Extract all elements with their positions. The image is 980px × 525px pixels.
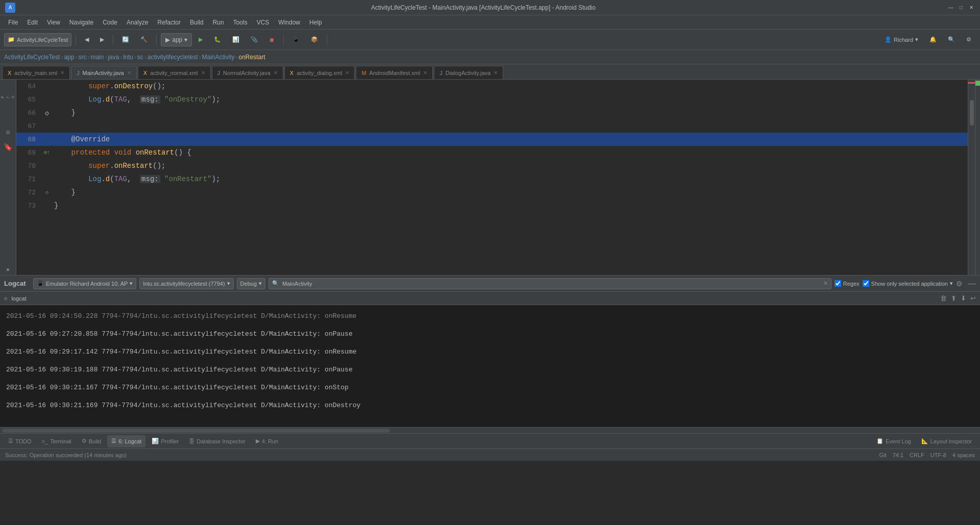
file-encoding[interactable]: UTF-8: [930, 452, 946, 458]
bottom-tab-profiler[interactable]: 📊 Profiler: [148, 435, 183, 447]
logcat-minimize-icon[interactable]: —: [968, 279, 976, 288]
menu-view[interactable]: View: [43, 17, 64, 28]
debug-button[interactable]: 🐛: [209, 33, 226, 47]
logcat-scroll-bottom-icon[interactable]: ⬇: [961, 294, 966, 302]
profile-button[interactable]: 📊: [228, 33, 244, 47]
menu-analyze[interactable]: Analyze: [122, 17, 153, 28]
forward-button[interactable]: ▶: [95, 33, 109, 47]
tab-androidmanifest[interactable]: M AndroidManifest.xml ✕: [356, 66, 433, 79]
bottom-tab-logcat[interactable]: ☰ 6: Logcat: [107, 435, 145, 447]
menu-code[interactable]: Code: [99, 17, 121, 28]
code-container[interactable]: 64 super.onDestroy(); 65 Log.d(TAG, msg:…: [16, 80, 968, 275]
logcat-scroll-top-icon[interactable]: ⬆: [951, 294, 957, 302]
back-button[interactable]: ◀: [80, 33, 93, 47]
nav-lntu[interactable]: lntu: [123, 54, 133, 61]
tab-normalactivity[interactable]: J NormalActivity.java ✕: [212, 66, 283, 79]
build-button[interactable]: 🔨: [136, 33, 152, 47]
stop-button[interactable]: ⏹: [264, 33, 279, 47]
tab-activity-main[interactable]: X activity_main.xml ✕: [2, 66, 70, 79]
bottom-tab-terminal[interactable]: >_ Terminal: [38, 435, 76, 447]
tab-activity-dialog[interactable]: X activity_dialog.xml ✕: [284, 66, 355, 79]
project-tool-button[interactable]: Pro: [3, 82, 13, 112]
nav-main[interactable]: main: [90, 54, 104, 61]
sdk-manager-button[interactable]: 📦: [306, 33, 323, 47]
updates-button[interactable]: 🔔: [925, 33, 941, 47]
menu-file[interactable]: File: [4, 17, 22, 28]
logcat-wrap-icon[interactable]: ↩: [970, 294, 976, 302]
event-log-button[interactable]: 📋 Event Log: [872, 435, 915, 447]
maximize-button[interactable]: □: [958, 4, 965, 11]
hscroll-thumb[interactable]: [2, 429, 390, 433]
filter-clear-icon[interactable]: ✕: [823, 280, 828, 287]
nav-app[interactable]: app: [64, 54, 74, 61]
nav-sc[interactable]: sc: [137, 54, 143, 61]
attach-debugger-button[interactable]: 📎: [246, 33, 262, 47]
logcat-settings-icon[interactable]: ⚙: [956, 280, 963, 288]
scroll-thumb[interactable]: [970, 100, 974, 126]
nav-onrestart[interactable]: onRestart: [239, 54, 265, 61]
show-only-selected-checkbox[interactable]: [863, 280, 869, 287]
bookmarks-button[interactable]: 🔖: [2, 141, 14, 153]
menu-tools[interactable]: Tools: [229, 17, 252, 28]
tab-close-button[interactable]: ✕: [274, 70, 278, 76]
menu-build[interactable]: Build: [186, 17, 208, 28]
project-selector[interactable]: 📁 ActivityLifeCycleTest: [4, 33, 71, 46]
bottom-tab-todo[interactable]: ☰ TODO: [4, 435, 36, 447]
tab-icon-xml2: X: [143, 70, 147, 76]
tab-close-button[interactable]: ✕: [127, 70, 131, 76]
menu-navigate[interactable]: Navigate: [65, 17, 97, 28]
tab-close-button[interactable]: ✕: [423, 70, 427, 76]
tab-dialogactivity[interactable]: J DialogActivity.java ✕: [434, 66, 503, 79]
regex-checkbox[interactable]: [835, 280, 841, 287]
menu-refactor[interactable]: Refactor: [154, 17, 185, 28]
error-stripe-ok: [975, 81, 980, 86]
menu-vcs[interactable]: VCS: [253, 17, 274, 28]
run-config-dropdown[interactable]: ▶ app ▾: [161, 33, 192, 46]
nav-mainactivity[interactable]: MainActivity: [202, 54, 235, 61]
favorites-button[interactable]: ★: [2, 263, 14, 275]
window-controls[interactable]: — □ ✕: [947, 4, 975, 11]
sync-button[interactable]: 🔄: [117, 33, 134, 47]
filter-input-container[interactable]: 🔍 MainActivity ✕: [268, 278, 831, 289]
nav-activitylifecycletest[interactable]: activitylifecycletest: [148, 54, 198, 61]
search-everywhere-button[interactable]: 🔍: [943, 33, 960, 47]
structure-button[interactable]: ≡: [2, 127, 14, 139]
log-level-dropdown[interactable]: Debug ▾: [237, 278, 265, 289]
run-button[interactable]: ▶: [194, 33, 207, 47]
package-dropdown[interactable]: lntu.sc.activitylifecycletest (7794) ▾: [139, 278, 233, 289]
show-only-selected-label[interactable]: Show only selected application ▾: [863, 280, 953, 287]
tab-mainactivity[interactable]: J MainActivity.java ✕: [71, 66, 137, 79]
show-only-selected-text: Show only selected application: [871, 281, 948, 287]
menu-run[interactable]: Run: [209, 17, 228, 28]
avd-manager-button[interactable]: 📱: [288, 33, 304, 47]
bottom-tab-db-inspector[interactable]: 🗄 Database Inspector: [185, 435, 249, 447]
indent-info[interactable]: 4 spaces: [952, 452, 975, 458]
menu-window[interactable]: Window: [274, 17, 304, 28]
settings-button[interactable]: ⚙: [962, 33, 976, 47]
tab-close-button[interactable]: ✕: [201, 70, 205, 76]
editor-scrollbar[interactable]: [968, 80, 975, 275]
tab-close-button[interactable]: ✕: [494, 70, 498, 76]
close-button[interactable]: ✕: [968, 4, 975, 11]
git-branch-label[interactable]: Git: [879, 452, 887, 458]
user-account-button[interactable]: 👤 Richard ▾: [880, 33, 923, 47]
menu-help[interactable]: Help: [305, 17, 326, 28]
line-ending[interactable]: CRLF: [910, 452, 924, 458]
logcat-content[interactable]: 2021-05-16 09:24:50.228 7794-7794/lntu.s…: [0, 305, 980, 427]
nav-src[interactable]: src: [78, 54, 86, 61]
tab-activity-normal[interactable]: X activity_normal.xml ✕: [138, 66, 211, 79]
tab-close-button[interactable]: ✕: [60, 70, 64, 76]
menu-edit[interactable]: Edit: [23, 17, 42, 28]
filter-search-icon: 🔍: [272, 280, 279, 287]
regex-checkbox-label[interactable]: Regex: [835, 280, 860, 287]
logcat-clear-icon[interactable]: 🗑: [940, 294, 947, 302]
tab-close-button[interactable]: ✕: [345, 70, 349, 76]
layout-inspector-button[interactable]: 📐 Layout Inspector: [917, 435, 976, 447]
nav-java[interactable]: java: [108, 54, 119, 61]
nav-project[interactable]: ActivityLifeCycleTest: [4, 54, 60, 61]
bottom-tab-build[interactable]: ⚙ Build: [78, 435, 105, 447]
logcat-hscrollbar[interactable]: [0, 427, 980, 433]
bottom-tab-run[interactable]: ▶ 4: Run: [252, 435, 282, 447]
minimize-button[interactable]: —: [947, 4, 954, 11]
device-dropdown[interactable]: 📱 Emulator Richard Android 10, AP ▾: [33, 278, 137, 289]
